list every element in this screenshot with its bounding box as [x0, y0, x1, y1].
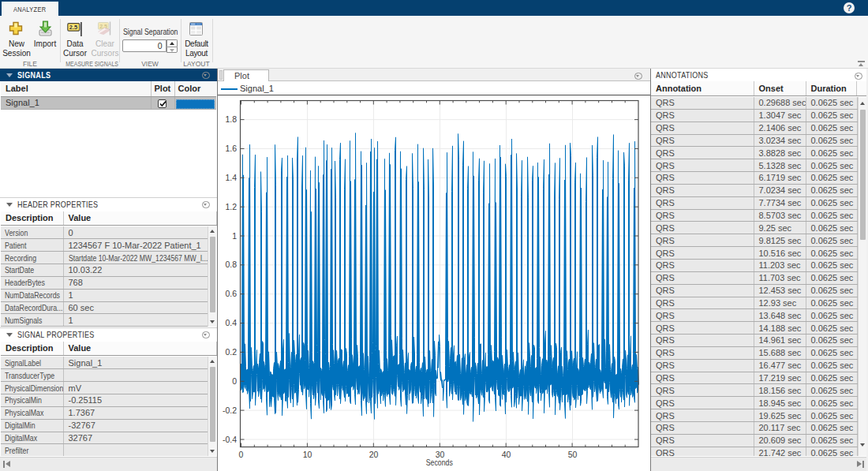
- svg-text:0.8: 0.8: [225, 260, 237, 269]
- svg-text:-0.2: -0.2: [223, 406, 237, 415]
- svg-text:1.8: 1.8: [225, 114, 237, 124]
- svg-text:1.6: 1.6: [225, 144, 237, 153]
- svg-text:2.5: 2.5: [69, 24, 77, 31]
- svg-text:0.2: 0.2: [225, 347, 237, 357]
- svg-text:1: 1: [232, 231, 237, 241]
- svg-text:20: 20: [369, 450, 379, 459]
- svg-text:50: 50: [568, 450, 578, 459]
- svg-text:1.2: 1.2: [225, 202, 237, 211]
- svg-text:0.6: 0.6: [225, 289, 237, 298]
- svg-text:0.4: 0.4: [225, 318, 237, 327]
- svg-text:10: 10: [303, 450, 312, 459]
- svg-text:0: 0: [232, 376, 237, 386]
- svg-text:Seconds: Seconds: [426, 458, 453, 467]
- svg-text:1.4: 1.4: [225, 173, 237, 182]
- svg-text:40: 40: [502, 450, 511, 459]
- svg-text:-0.4: -0.4: [223, 435, 237, 444]
- svg-text:0: 0: [239, 450, 244, 459]
